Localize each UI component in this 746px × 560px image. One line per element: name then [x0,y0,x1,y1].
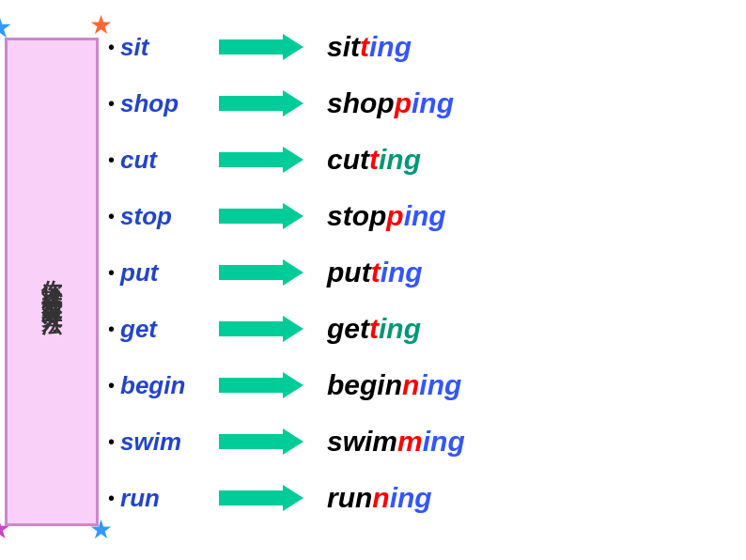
arrow-head [283,485,303,511]
arrow-icon [219,431,303,452]
base-word: sit [120,33,195,62]
arrow-container [219,488,313,508]
arrow-head [283,316,303,342]
arrow-body [219,490,283,506]
arrow-list [195,14,327,531]
left-decoration-box: 你还没弄清楚分类方法 [5,38,99,526]
result-word: swimming [327,426,465,458]
base-word: cut [120,146,195,175]
bullet: • [108,431,115,453]
result-word: cutting [327,144,421,176]
arrow-row [205,470,327,526]
arrow-row [205,244,327,301]
bullet: • [108,206,115,227]
arrow-head [283,372,303,398]
result-row: running [327,470,465,526]
bullet: • [108,93,115,115]
result-words: sittingshoppingcuttingstoppingputtingget… [327,14,465,531]
base-word: swim [120,428,195,457]
arrow-row [205,301,327,357]
word-row: •put [108,244,195,301]
arrow-container [219,319,313,339]
result-row: swimming [327,413,465,470]
base-word: get [120,315,195,344]
arrow-row [205,19,327,75]
star-top-right: ★ [89,9,113,40]
arrow-icon [219,37,303,57]
arrow-body [219,209,283,224]
arrow-head [283,203,303,229]
word-list: •sit•shop•cut•stop•put•get•begin•swim•ru… [99,14,195,531]
result-word: putting [327,257,423,288]
result-row: beginning [327,357,465,413]
arrow-head [283,259,303,286]
arrow-icon [219,488,303,508]
word-row: •cut [108,132,195,188]
word-row: •swim [108,413,195,470]
base-word: stop [120,202,195,231]
base-word: shop [120,89,195,118]
result-word: sitting [327,31,412,63]
base-word: begin [120,371,195,400]
arrow-container [219,37,313,57]
arrow-body [219,39,283,54]
arrow-body [219,152,283,167]
arrow-body [219,321,283,336]
arrow-row [205,357,327,413]
word-row: •get [108,301,195,357]
vertical-text: 你还没弄清楚分类方法 [35,254,69,310]
result-word: stopping [327,200,446,232]
arrow-row [205,188,327,244]
arrow-row [205,132,327,188]
arrow-icon [219,375,303,396]
main-container: ★ ★ ★ ★ 你还没弄清楚分类方法 •sit•shop•cut•stop•pu… [0,0,746,560]
arrow-container [219,431,313,452]
word-row: •run [108,470,195,526]
base-word: run [120,484,195,513]
word-row: •stop [108,188,195,244]
arrow-body [219,434,283,449]
result-row: putting [327,244,465,301]
arrow-body [219,96,283,111]
arrow-row [205,75,327,132]
arrow-icon [219,262,303,283]
arrow-head [283,90,303,117]
arrow-body [219,265,283,280]
bullet: • [108,149,115,171]
bullet: • [108,488,115,509]
arrow-head [283,34,303,60]
arrow-row [205,413,327,470]
bullet: • [108,375,115,397]
arrow-head [283,428,303,455]
arrow-container [219,149,313,170]
arrow-head [283,147,303,173]
word-row: •sit [108,19,195,75]
bullet: • [108,262,115,284]
result-word: running [327,482,432,514]
arrow-icon [219,319,303,339]
arrow-container [219,375,313,396]
result-row: stopping [327,188,465,244]
arrow-icon [219,149,303,170]
word-row: •shop [108,75,195,132]
arrow-icon [219,93,303,114]
result-row: sitting [327,19,465,75]
result-row: shopping [327,75,465,132]
base-word: put [120,258,195,288]
bullet: • [108,319,115,340]
result-row: cutting [327,132,465,188]
arrow-container [219,93,313,114]
arrow-body [219,378,283,393]
result-row: getting [327,301,465,357]
result-word: beginning [327,369,461,401]
result-word: getting [327,313,421,345]
arrow-container [219,262,313,283]
arrow-container [219,206,313,226]
word-row: •begin [108,357,195,413]
arrow-icon [219,206,303,226]
result-word: shopping [327,87,454,119]
